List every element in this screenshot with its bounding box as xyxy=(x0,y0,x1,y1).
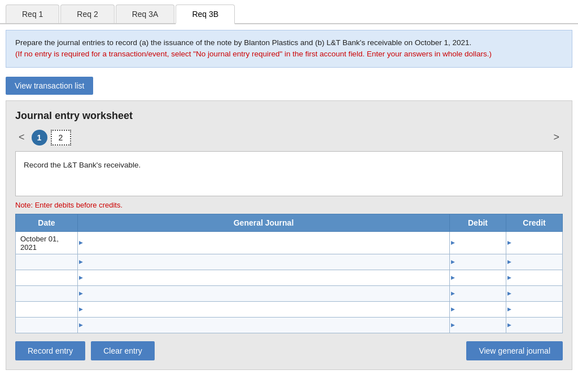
tab-bar: Req 1 Req 2 Req 3A Req 3B xyxy=(0,0,578,24)
credit-cell-6[interactable] xyxy=(506,317,563,333)
gj-input-1[interactable] xyxy=(78,232,449,254)
debit-input-2[interactable] xyxy=(450,254,506,270)
date-cell-3 xyxy=(16,270,78,285)
date-cell-5 xyxy=(16,301,78,317)
date-cell-6 xyxy=(16,317,78,333)
step-2-indicator[interactable]: 2 xyxy=(51,130,71,146)
col-header-debit: Debit xyxy=(450,214,506,231)
col-header-credit: Credit xyxy=(506,214,563,231)
credit-input-1[interactable] xyxy=(506,232,562,254)
credit-cell-4[interactable] xyxy=(506,285,563,301)
clear-entry-button[interactable]: Clear entry xyxy=(91,341,154,360)
bottom-buttons: Record entry Clear entry View general jo… xyxy=(15,341,563,360)
table-row xyxy=(16,285,563,301)
debit-cell-2[interactable] xyxy=(450,254,506,270)
credit-cell-3[interactable] xyxy=(506,270,563,285)
gj-cell-6[interactable] xyxy=(78,317,450,333)
credit-input-3[interactable] xyxy=(506,270,562,285)
date-cell-4 xyxy=(16,285,78,301)
debit-input-4[interactable] xyxy=(450,286,506,301)
debit-cell-5[interactable] xyxy=(450,301,506,317)
table-row xyxy=(16,301,563,317)
gj-cell-5[interactable] xyxy=(78,301,450,317)
info-black-text: Prepare the journal entries to record (a… xyxy=(15,38,471,47)
gj-input-6[interactable] xyxy=(78,318,449,333)
debit-input-3[interactable] xyxy=(450,270,506,285)
step-1-indicator[interactable]: 1 xyxy=(32,130,47,146)
description-box: Record the L&T Bank's receivable. xyxy=(15,151,563,196)
credit-cell-2[interactable] xyxy=(506,254,563,270)
col-header-date: Date xyxy=(16,214,78,231)
description-text: Record the L&T Bank's receivable. xyxy=(24,161,141,169)
note-text: Note: Enter debits before credits. xyxy=(15,201,563,209)
col-header-gj: General Journal xyxy=(78,214,450,231)
view-transaction-button[interactable]: View transaction list xyxy=(6,77,93,95)
journal-table: Date General Journal Debit Credit Octobe… xyxy=(15,214,563,333)
info-box: Prepare the journal entries to record (a… xyxy=(6,30,572,68)
gj-input-4[interactable] xyxy=(78,286,449,301)
gj-cell-4[interactable] xyxy=(78,285,450,301)
worksheet-title: Journal entry worksheet xyxy=(15,110,563,122)
credit-input-5[interactable] xyxy=(506,302,562,317)
credit-cell-5[interactable] xyxy=(506,301,563,317)
debit-cell-6[interactable] xyxy=(450,317,506,333)
credit-input-2[interactable] xyxy=(506,254,562,270)
date-cell-1: October 01,2021 xyxy=(16,231,78,254)
debit-input-1[interactable] xyxy=(450,232,506,254)
tab-req3b[interactable]: Req 3B xyxy=(176,5,235,24)
view-general-journal-button[interactable]: View general journal xyxy=(466,341,563,360)
next-arrow-button[interactable]: > xyxy=(550,130,563,144)
debit-input-5[interactable] xyxy=(450,302,506,317)
info-red-text: (If no entry is required for a transacti… xyxy=(15,50,492,58)
table-row xyxy=(16,254,563,270)
debit-cell-3[interactable] xyxy=(450,270,506,285)
table-row xyxy=(16,317,563,333)
date-cell-2 xyxy=(16,254,78,270)
tab-req3a[interactable]: Req 3A xyxy=(116,5,175,23)
table-row: October 01,2021 xyxy=(16,231,563,254)
debit-cell-4[interactable] xyxy=(450,285,506,301)
tab-req1[interactable]: Req 1 xyxy=(6,5,59,23)
credit-cell-1[interactable] xyxy=(506,231,563,254)
prev-arrow-button[interactable]: < xyxy=(15,130,28,144)
record-entry-button[interactable]: Record entry xyxy=(15,341,85,360)
gj-input-3[interactable] xyxy=(78,270,449,285)
table-row xyxy=(16,270,563,285)
gj-input-2[interactable] xyxy=(78,254,449,270)
credit-input-6[interactable] xyxy=(506,318,562,333)
gj-cell-3[interactable] xyxy=(78,270,450,285)
gj-input-5[interactable] xyxy=(78,302,449,317)
worksheet-container: Journal entry worksheet < 1 2 > Record t… xyxy=(6,100,572,370)
debit-input-6[interactable] xyxy=(450,318,506,333)
gj-cell-1[interactable] xyxy=(78,231,450,254)
credit-input-4[interactable] xyxy=(506,286,562,301)
gj-cell-2[interactable] xyxy=(78,254,450,270)
nav-row: < 1 2 > xyxy=(15,130,563,146)
tab-req2[interactable]: Req 2 xyxy=(60,5,114,23)
debit-cell-1[interactable] xyxy=(450,231,506,254)
